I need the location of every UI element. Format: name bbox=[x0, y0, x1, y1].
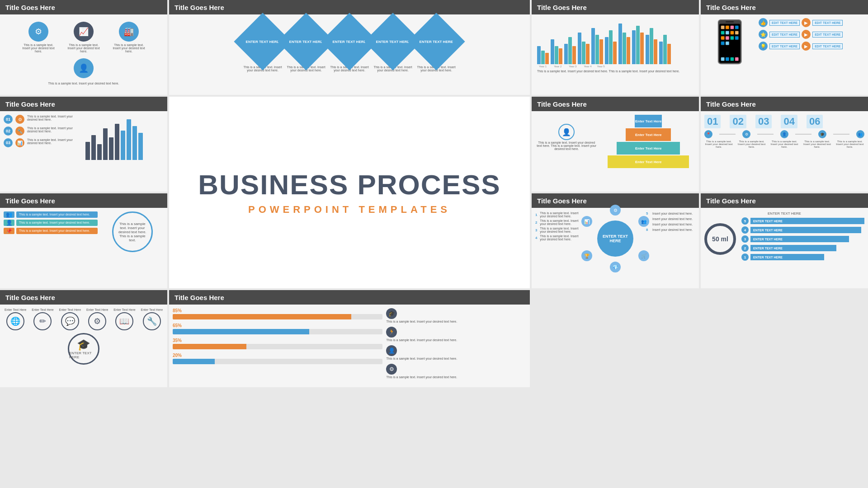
icon-item-2: 📈 This is a sample text. Insert your des… bbox=[66, 22, 102, 53]
mini-bar-6 bbox=[115, 124, 119, 160]
slide-header-6: Title Goes Here bbox=[532, 97, 699, 111]
icon-col-label-1: Enter Text Here bbox=[4, 308, 27, 311]
tl-num-3: 03 bbox=[755, 115, 772, 128]
slide-header-5: Title Goes Here bbox=[0, 97, 167, 111]
icon-text-1: This is a sample text. Insert your desir… bbox=[20, 43, 57, 53]
bar-4a bbox=[578, 33, 581, 64]
bar-9c bbox=[654, 39, 657, 64]
num-text-2: This is a sample text. Insert your desir… bbox=[27, 127, 82, 133]
bar-group-2 bbox=[551, 39, 562, 64]
icon-row-body: Enter Text Here 🌐 Enter Text Here ✏ Ente… bbox=[0, 305, 167, 368]
colored-item-3: 📌 This is a sample text. Insert your des… bbox=[4, 228, 98, 234]
colored-bar-2: This is a sample text. Insert your desir… bbox=[16, 220, 98, 226]
color-icon-2: 👤 bbox=[4, 220, 14, 226]
bubble-num-1: 1 bbox=[535, 213, 538, 217]
prog-text-1: This is a sample text. Insert your desir… bbox=[386, 320, 526, 323]
progress-bar-bg-2 bbox=[173, 329, 382, 334]
num-badge-1: 01 bbox=[4, 115, 13, 124]
progress-bars-col: 85% 65% 35% bbox=[173, 308, 382, 379]
mini-bars bbox=[85, 115, 143, 160]
colored-item-2: 👤 This is a sample text. Insert your des… bbox=[4, 220, 98, 226]
pyramid-icon-text: This is a sample text. Insert your desir… bbox=[535, 141, 598, 150]
timeline-body: 01 02 03 04 06 📍 ⚙ 👤 🎓 👥 This is a sampl… bbox=[701, 111, 868, 152]
bubble-bot: 💎 bbox=[610, 262, 621, 272]
slide-title-5: Title Goes Here bbox=[5, 100, 55, 108]
icon-circle-2: ✏ bbox=[33, 312, 52, 330]
pyramid-tier-4: Enter Text Here bbox=[608, 155, 689, 168]
slide-title-2: Title Goes Here bbox=[175, 4, 224, 11]
slide-title-1: Title Goes Here bbox=[5, 4, 55, 11]
bubble-text-2: This is a sample text. Insert your desir… bbox=[540, 219, 585, 225]
colored-bar-3: This is a sample text. Insert your desir… bbox=[16, 228, 98, 234]
center-icon-row: 👤 bbox=[66, 58, 102, 80]
bar-group-4 bbox=[578, 33, 590, 64]
bar-6c bbox=[613, 42, 617, 64]
edit-icon-2b: ▶ bbox=[802, 30, 811, 39]
bubble-text-3: This is a sample text. Insert your desir… bbox=[540, 227, 585, 233]
g-step-bar-1: ENTER TEXT HERE bbox=[750, 254, 824, 260]
icon-row-labels: Enter Text Here 🌐 Enter Text Here ✏ Ente… bbox=[4, 308, 164, 330]
pyramid-shape: Enter Text Here Enter Text Here Enter Te… bbox=[601, 115, 695, 169]
progress-item-3: 35% bbox=[173, 338, 382, 349]
colored-items: 👥 This is a sample text. Insert your des… bbox=[4, 211, 98, 252]
edit-icon-2: ⭐ bbox=[759, 30, 768, 39]
icon-item-4: 👤 bbox=[66, 58, 102, 80]
bar-1c bbox=[545, 53, 549, 64]
bar-5b bbox=[595, 35, 599, 64]
prog-icon-item-1: 🎓 This is a sample text. Insert your des… bbox=[386, 308, 526, 323]
bar-2c bbox=[559, 48, 562, 64]
gauge-step-3: 3 ENTER TEXT HERE bbox=[741, 235, 864, 243]
timeline-labels: This is a sample text. Insert your desir… bbox=[704, 140, 864, 148]
num-badge-3: 03 bbox=[4, 138, 13, 147]
prog-icon-1: 🎓 bbox=[386, 308, 397, 319]
bubble-text-5: Insert your desired text here. bbox=[652, 212, 693, 215]
bar-chart-body: Year 1 Year 2 Year 3 Year 4 Year 5 This … bbox=[532, 14, 699, 75]
diamond-text-4: ENTER TEXT HERE bbox=[374, 38, 411, 45]
prog-text-4: This is a sample text. Insert your desir… bbox=[386, 375, 526, 379]
prog-icon-item-4: ⚙ This is a sample text. Insert your des… bbox=[386, 364, 526, 379]
gauge-steps: 5 ENTER TEXT HERE 4 ENTER TEXT HERE 3 EN… bbox=[741, 217, 864, 261]
edit-text-1: EDIT TEXT HERE bbox=[769, 20, 800, 26]
gauge-step-2: 2 ENTER TEXT HERE bbox=[741, 244, 864, 252]
mini-bar-1 bbox=[85, 142, 90, 160]
progress-bar-fill-3 bbox=[173, 344, 246, 349]
bar-group-10 bbox=[659, 35, 671, 64]
bar-8a bbox=[632, 30, 636, 64]
progress-item-1: 85% bbox=[173, 308, 382, 319]
progress-bar-fill-4 bbox=[173, 359, 215, 364]
icon-col-label-6: Enter Text Here bbox=[141, 308, 163, 311]
icon-col-6: Enter Text Here 🔧 bbox=[141, 308, 163, 330]
bubble-s-4: 💎 bbox=[610, 262, 621, 272]
diamond-5: ENTER TEXT HERE bbox=[407, 13, 465, 70]
bar-3a bbox=[564, 44, 568, 64]
gauge-step-5: 5 ENTER TEXT HERE bbox=[741, 217, 864, 225]
icon-col-label-2: Enter Text Here bbox=[31, 308, 54, 311]
slide-title-8: Title Goes Here bbox=[5, 197, 55, 205]
bubble-text-8: Insert your desired text here. bbox=[652, 228, 693, 231]
bar-4c bbox=[586, 44, 590, 64]
bar-10b bbox=[663, 35, 667, 64]
bubble-num-4: 4 bbox=[535, 236, 538, 240]
circle-icon-3: 🏭 bbox=[119, 22, 139, 42]
bubble-text-4: This is a sample text. Insert your desir… bbox=[540, 235, 585, 241]
bar-group-7 bbox=[618, 23, 630, 64]
bubble-item-3: 3 This is a sample text. Insert your des… bbox=[535, 227, 585, 233]
pyramid-tier-3: Enter Text Here bbox=[617, 142, 680, 155]
slide-phone: Title Goes Here 📱 👍 EDIT TEXT HERE ▶ EDI… bbox=[701, 0, 868, 95]
prog-text-2: This is a sample text. Insert your desir… bbox=[386, 338, 526, 342]
pyramid-tier-1: Enter Text Here bbox=[635, 115, 662, 127]
tl-label-5: This is a sample text. Insert your desir… bbox=[835, 140, 864, 148]
gauge-top-label: ENTER TEXT HERE bbox=[704, 211, 864, 216]
edit-text-3: EDIT TEXT HERE bbox=[769, 43, 800, 49]
g-step-bar-4: ENTER TEXT HERE bbox=[750, 227, 861, 233]
bubble-left: 1 This is a sample text. Insert your des… bbox=[535, 211, 585, 266]
g-step-bar-3: ENTER TEXT HERE bbox=[750, 236, 849, 242]
gauge-wrapper: 50 ml 5 ENTER TEXT HERE 4 ENTER TEXT HER… bbox=[704, 217, 864, 261]
graduate-circle: 🎓 ENTER TEXT HERE bbox=[68, 333, 99, 365]
bar-10c bbox=[667, 44, 671, 64]
slide-icon-row: Title Goes Here Enter Text Here 🌐 Enter … bbox=[0, 290, 167, 387]
tl-dot-1: 📍 bbox=[704, 130, 712, 138]
phone-body: 📱 👍 EDIT TEXT HERE ▶ EDIT TEXT HERE ⭐ ED… bbox=[701, 14, 868, 69]
slide-header-11: Title Goes Here bbox=[0, 290, 167, 305]
slide-icons: Title Goes Here ⚙ This is a sample text.… bbox=[0, 0, 167, 95]
